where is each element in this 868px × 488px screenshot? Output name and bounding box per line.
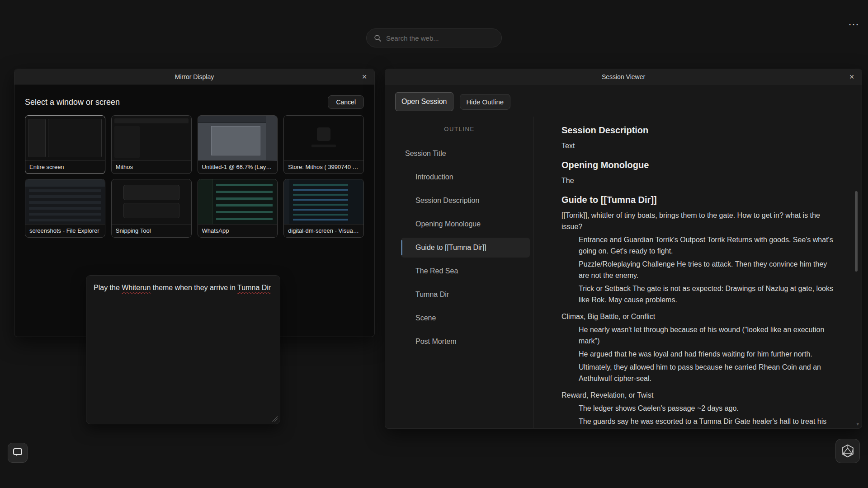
outline-sidebar: OUTLINE Session Title Introduction Sessi… — [386, 117, 533, 428]
session-document: Session Description Text Opening Monolog… — [561, 124, 836, 428]
close-button[interactable]: ✕ — [845, 69, 858, 84]
speech-bubble-icon — [13, 448, 22, 455]
window-thumbnail[interactable]: Mithos — [111, 115, 192, 174]
overflow-menu-button[interactable]: ⋯ — [848, 19, 860, 30]
note-card[interactable]: Play the Whiterun theme when they arrive… — [86, 275, 280, 424]
close-icon: ✕ — [362, 73, 367, 80]
window-title: Session Viewer — [602, 73, 645, 80]
thumbnail-preview-image — [112, 116, 191, 161]
doc-block: He argued that he was loyal and had frie… — [579, 348, 836, 360]
window-thumbnail[interactable]: WhatsApp — [198, 179, 278, 238]
doc-block: Trick or Setback The gate is not as expe… — [579, 283, 836, 305]
thumbnail-preview-image — [25, 116, 105, 161]
session-main: OUTLINE Session Title Introduction Sessi… — [386, 117, 861, 428]
outline-item-label: Guide to [[Tumna Dir]] — [415, 244, 486, 252]
thumbnail-label: Store: Mithos ( 3990740 ) … — [284, 161, 363, 174]
window-thumbnail-grid: Entire screen Mithos Untitled-1 @ 66.7% … — [25, 115, 364, 238]
note-text-segment: Whiterun — [122, 284, 151, 291]
mirror-display-body: Select a window or screen Cancel Entire … — [14, 95, 374, 238]
outline-item[interactable]: The Red Sea — [401, 261, 530, 281]
outline-item-label: Scene — [415, 314, 436, 322]
doc-block: Ultimately, they allowed him to pass bec… — [579, 361, 836, 384]
outline-header: OUTLINE — [386, 126, 533, 132]
desktop: { "colors": { "accent": "#5b7c9e", "squi… — [0, 0, 868, 488]
window-thumbnail[interactable]: Store: Mithos ( 3990740 ) … — [283, 115, 364, 174]
scrollbar-thumb[interactable] — [855, 191, 858, 272]
web-search-bar[interactable] — [366, 28, 502, 47]
outline-item[interactable]: Opening Monologue — [401, 214, 530, 234]
outline-item-label: Opening Monologue — [415, 220, 481, 228]
thumbnail-label: screenshots - File Explorer — [25, 225, 105, 237]
d20-icon — [841, 444, 854, 458]
scroll-down-indicator[interactable]: ▾ — [856, 422, 859, 427]
thumbnail-label: Mithos — [112, 161, 191, 174]
close-icon: ✕ — [849, 73, 854, 80]
outline-item[interactable]: Tumna Dir — [401, 285, 530, 305]
outline-item[interactable]: Session Title — [401, 144, 530, 164]
thumbnail-preview-image — [284, 179, 363, 225]
doc-block: Reward, Revelation, or Twist — [561, 389, 836, 401]
outline-item-label: Introduction — [415, 173, 453, 181]
thumbnail-preview-image — [284, 116, 363, 161]
doc-block: The guards say he was escorted to a Tumn… — [579, 416, 836, 428]
doc-block: Climax, Big Battle, or Conflict — [561, 311, 836, 322]
outline-item-label: The Red Sea — [415, 267, 458, 275]
note-text-segment: Play the — [94, 284, 122, 291]
outline-list: Session Title Introduction Session Descr… — [386, 144, 533, 352]
window-thumbnail[interactable]: Untitled-1 @ 66.7% (Layer… — [198, 115, 278, 174]
note-text-segment: Tumna Dir — [237, 284, 271, 291]
thumbnail-preview-image — [112, 179, 191, 225]
outline-item-label: Tumna Dir — [415, 291, 449, 299]
open-session-button[interactable]: Open Session — [395, 92, 453, 111]
chat-button[interactable] — [8, 443, 28, 463]
session-toolbar: Open Session Hide Outline — [385, 84, 862, 115]
note-text-segment: theme when they arrive in — [151, 284, 237, 291]
doc-block: The ledger shows Caelen's passage ~2 day… — [579, 403, 836, 414]
thumbnail-preview-image — [198, 116, 278, 161]
doc-block: The — [561, 175, 836, 186]
outline-item[interactable]: Session Description — [401, 191, 530, 211]
search-icon — [374, 34, 382, 42]
session-viewer-window: Session Viewer ✕ Open Session Hide Outli… — [385, 69, 862, 429]
close-button[interactable]: ✕ — [358, 69, 371, 84]
outline-item[interactable]: Guide to [[Tumna Dir]] — [401, 238, 530, 258]
thumbnail-label: Entire screen — [25, 161, 105, 174]
thumbnail-label: Untitled-1 @ 66.7% (Layer… — [198, 161, 278, 174]
window-thumbnail[interactable]: Entire screen — [25, 115, 105, 174]
outline-item-label: Post Mortem — [415, 338, 457, 346]
outline-item[interactable]: Introduction — [401, 167, 530, 187]
doc-block: Puzzle/Roleplaying Challenge He tries to… — [579, 258, 836, 281]
thumbnail-label: Snipping Tool — [112, 225, 191, 237]
thumbnail-preview-image — [198, 179, 278, 225]
thumbnail-label: WhatsApp — [198, 225, 278, 237]
search-input[interactable] — [386, 34, 494, 42]
doc-block: Guide to [[Tumna Dir]] — [561, 193, 836, 206]
thumbnail-label: digital-dm-screen - Visual … — [284, 225, 363, 237]
hide-outline-button[interactable]: Hide Outline — [460, 94, 511, 110]
thumbnail-preview-image — [25, 179, 105, 225]
window-thumbnail[interactable]: Snipping Tool — [111, 179, 192, 238]
doc-block: Opening Monologue — [561, 159, 836, 171]
window-thumbnail[interactable]: screenshots - File Explorer — [25, 179, 105, 238]
note-text: Play the Whiterun theme when they arrive… — [94, 282, 273, 293]
dice-button[interactable] — [835, 439, 860, 463]
outline-item-label: Session Description — [415, 197, 479, 205]
session-content-scroll-area[interactable]: Session Description Text Opening Monolog… — [533, 117, 861, 428]
doc-block: He nearly wasn't let through because of … — [579, 324, 836, 347]
outline-item-label: Session Title — [405, 150, 446, 158]
doc-block: Text — [561, 140, 836, 151]
select-window-heading: Select a window or screen — [25, 98, 120, 107]
window-title: Mirror Display — [175, 73, 214, 80]
doc-block: Entrance and Guardian Torrik's Outpost T… — [579, 234, 836, 257]
cancel-button[interactable]: Cancel — [328, 95, 364, 109]
doc-block: [[Torrik]], whittler of tiny boats, brin… — [561, 210, 836, 232]
mirror-display-header: Select a window or screen Cancel — [25, 95, 364, 109]
outline-item[interactable]: Post Mortem — [401, 332, 530, 352]
doc-block: Session Description — [561, 124, 836, 136]
outline-item[interactable]: Scene — [401, 308, 530, 328]
mirror-display-titlebar[interactable]: Mirror Display ✕ — [14, 69, 374, 84]
note-resize-handle[interactable] — [272, 416, 278, 422]
session-viewer-titlebar[interactable]: Session Viewer ✕ — [385, 69, 862, 84]
window-thumbnail[interactable]: digital-dm-screen - Visual … — [283, 179, 364, 238]
